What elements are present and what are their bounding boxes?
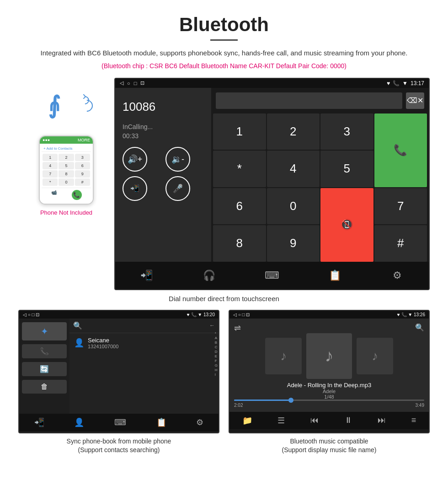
phone-more-icon: MORE xyxy=(78,138,90,142)
pb-bottom-bar: 📲 👤 ⌨ 📋 ⚙ xyxy=(19,414,219,431)
music-progress-fill xyxy=(234,400,291,401)
bluetooth-sidebar-icon[interactable]: ✦ xyxy=(22,322,67,340)
keypad-key-4[interactable]: 4 xyxy=(267,151,320,187)
bluetooth-icon-wrapper: ⨙ xyxy=(48,92,85,128)
key-7: 7 xyxy=(43,170,58,178)
call-screen-body: 10086 InCalling... 00:33 🔊+ 🔉- 📲 🎤 ⌫✕ xyxy=(115,88,429,262)
music-note-current: ♪ xyxy=(325,346,334,366)
call-input-row: ⌫✕ xyxy=(211,88,429,113)
phone-bottom-actions: 📹 📞 xyxy=(42,188,91,202)
key-4: 4 xyxy=(43,162,58,169)
call-bottom-bar: 📲 🎧 ⌨ 📋 ⚙ xyxy=(115,262,429,289)
pb-contact-row: 👤 Seicane 13241007000 xyxy=(69,333,219,353)
keypad-key-5[interactable]: 5 xyxy=(320,151,373,187)
microphone-button[interactable]: 🎤 xyxy=(165,176,190,201)
keypad-icon[interactable]: ⌨ xyxy=(263,266,281,285)
key-star: * xyxy=(43,178,58,186)
pb-transfer-icon[interactable]: 📋 xyxy=(156,417,166,427)
music-time-total: 3:49 xyxy=(416,403,424,408)
pb-contact-avatar-icon: 👤 xyxy=(74,338,84,348)
music-progress-area: 2:02 3:49 xyxy=(234,400,424,408)
add-call-icon[interactable]: 📋 xyxy=(325,266,344,285)
android-call-screen: ◁ ○ □ ⊡ ♥ 📞 ▼ 13:17 10086 InCalling... xyxy=(114,78,430,290)
delete-sidebar-btn[interactable]: 🗑 xyxy=(22,380,67,394)
key-8: 8 xyxy=(59,170,74,178)
music-eq-icon[interactable]: ≡ xyxy=(411,416,416,425)
transfer-button[interactable]: 📲 xyxy=(123,176,147,201)
shuffle-icon[interactable]: ⇌ xyxy=(234,323,241,333)
phone-add-contact: + Add to Contacts xyxy=(42,146,91,152)
music-time-row: 2:02 3:49 xyxy=(234,403,424,408)
music-progress-bar[interactable] xyxy=(234,400,424,401)
call-controls: 🔊+ 🔉- 📲 🎤 xyxy=(123,147,204,201)
pb-contacts-icon[interactable]: 👤 xyxy=(74,417,84,427)
page-title: Bluetooth xyxy=(18,14,430,36)
pb-status-right: ♥ 📞 ▼ 13:20 xyxy=(187,312,215,317)
call-section: ⨙ ●●● MORE + Add to Contacts 1 2 xyxy=(18,78,430,290)
phone-call-button[interactable]: 📞 xyxy=(72,190,82,200)
music-folder-icon[interactable]: 📁 xyxy=(242,416,252,426)
pb-apps-icon[interactable]: ⌨ xyxy=(114,417,126,427)
page-wrapper: Bluetooth Integrated with BC6 Bluetooth … xyxy=(0,0,448,469)
accept-call-button[interactable]: 📞 xyxy=(374,113,427,187)
call-right-panel: ⌫✕ 1 2 3 📞 * 4 5 6 0 📵 7 8 xyxy=(211,88,429,262)
pb-alphabet-index: * A B C D E F G H I xyxy=(215,331,218,377)
music-body: ⇌ 🔍 ♪ ♪ ♪ xyxy=(229,319,429,412)
music-album-next: ♪ xyxy=(357,338,393,374)
phone-sidebar-btn[interactable]: 📞 xyxy=(22,344,67,358)
music-status-bar: ◁ ○ □ ⊡ ♥ 📞 ▼ 13:26 xyxy=(229,311,429,319)
keypad-key-8[interactable]: 8 xyxy=(213,225,266,262)
keypad-key-0[interactable]: 0 xyxy=(267,188,320,225)
pb-back-icon: ← xyxy=(209,322,215,329)
music-progress-dot xyxy=(288,398,293,403)
location-icon: ♥ xyxy=(387,80,390,86)
bluetooth-symbol-icon: ⨙ xyxy=(48,92,85,119)
keypad-key-star[interactable]: * xyxy=(213,151,266,187)
keypad-key-6[interactable]: 6 xyxy=(213,188,266,225)
music-album-prev: ♪ xyxy=(265,338,302,374)
music-search-icon[interactable]: 🔍 xyxy=(415,323,424,332)
pb-content: 🔍 ← 👤 Seicane 13241007000 xyxy=(69,319,219,414)
music-next-icon[interactable]: ⏭ xyxy=(378,416,386,425)
keypad-key-hash[interactable]: # xyxy=(374,225,427,262)
music-status-right: ♥ 📞 ▼ 13:26 xyxy=(397,312,425,317)
keypad-key-7[interactable]: 7 xyxy=(374,188,427,225)
music-info-row: ⇌ 🔍 xyxy=(234,323,424,333)
backspace-button[interactable]: ⌫✕ xyxy=(406,92,424,109)
pb-contact-number: 13241007000 xyxy=(88,344,118,349)
keypad-key-3[interactable]: 3 xyxy=(320,113,373,150)
home-btn-icon: ○ xyxy=(127,81,130,86)
call-status-text: InCalling... xyxy=(123,123,204,130)
phonebook-android-screen: ◁ ○ □ ⊡ ♥ 📞 ▼ 13:20 ✦ 📞 🔄 🗑 🔍 xyxy=(18,310,219,433)
key-9: 9 xyxy=(75,170,90,178)
call-screen-caption: Dial number direct from touchscreen xyxy=(18,295,430,303)
music-playlist-icon[interactable]: ☰ xyxy=(277,416,285,426)
sync-sidebar-btn[interactable]: 🔄 xyxy=(22,362,67,376)
volume-down-button[interactable]: 🔉- xyxy=(165,147,190,172)
keypad-key-2[interactable]: 2 xyxy=(267,113,320,150)
key-0: 0 xyxy=(59,178,74,186)
music-title-area: Adele - Rolling In the Deep.mp3 Adele 1/… xyxy=(287,382,371,400)
volume-up-button[interactable]: 🔊+ xyxy=(123,147,147,172)
wifi-icon: ▼ xyxy=(402,80,408,86)
pb-call-icon[interactable]: 📲 xyxy=(34,417,44,427)
status-bar-left: ◁ ○ □ ⊡ xyxy=(120,80,144,86)
music-prev-icon[interactable]: ⏮ xyxy=(310,416,319,425)
end-call-button[interactable]: 📵 xyxy=(320,188,373,262)
music-screen-wrap: ◁ ○ □ ⊡ ♥ 📞 ▼ 13:26 ⇌ 🔍 ♪ xyxy=(229,310,430,455)
settings-icon[interactable]: ⚙ xyxy=(388,266,406,285)
music-track-count: 1/48 xyxy=(287,394,371,400)
phone-menu-label: ●●● xyxy=(43,138,50,142)
keypad-key-1[interactable]: 1 xyxy=(213,113,266,150)
pb-settings-icon[interactable]: ⚙ xyxy=(196,417,203,427)
pb-contact-name: Seicane xyxy=(88,337,118,344)
keypad-key-9[interactable]: 9 xyxy=(267,225,320,262)
music-play-pause-icon[interactable]: ⏸ xyxy=(344,416,352,425)
call-transfer-icon[interactable]: 📲 xyxy=(138,266,156,285)
pb-contact-info: Seicane 13241007000 xyxy=(88,337,118,349)
bluetooth-info-text: (Bluetooth chip : CSR BC6 Default Blueto… xyxy=(18,62,430,70)
subtitle-text: Integrated with BC6 Bluetooth module, su… xyxy=(18,48,430,59)
contacts-icon[interactable]: 🎧 xyxy=(200,266,219,285)
call-input-field[interactable] xyxy=(216,92,402,109)
music-song-title: Adele - Rolling In the Deep.mp3 xyxy=(287,382,371,389)
